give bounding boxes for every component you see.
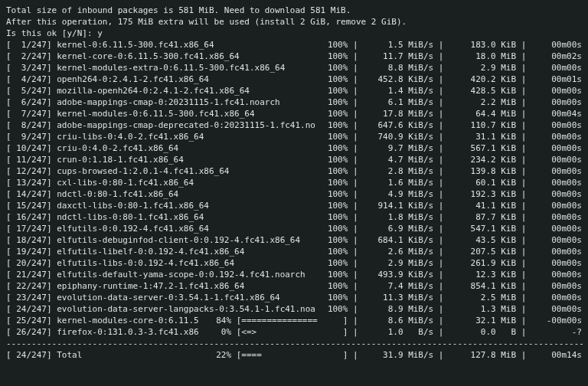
row-index: [ 23/247]: [6, 292, 52, 303]
row-rate: 8.6 MiB/s: [363, 315, 433, 326]
row-eta: 00m04s: [531, 108, 582, 119]
row-size: 0.0 B: [449, 326, 516, 338]
download-row: [ 21/247] elfutils-default-yama-scope-0:…: [6, 269, 582, 280]
package-name: openh264-0:2.4.1-2.fc41.x86_64: [57, 74, 315, 85]
row-rate: 9.7 MiB/s: [363, 142, 433, 154]
download-row: [ 4/247] openh264-0:2.4.1-2.fc41.x86_641…: [6, 74, 582, 85]
row-index: [ 21/247]: [6, 269, 52, 280]
row-rate: 11.7 MiB/s: [363, 51, 433, 62]
row-size: 31.1 KiB: [449, 131, 516, 142]
package-name: kernel-modules-0:6.11.5-300.fc41.x86_64: [57, 108, 315, 119]
row-index: [ 14/247]: [6, 188, 52, 200]
row-index: [ 5/247]: [6, 85, 52, 96]
download-row: [ 7/247] kernel-modules-0:6.11.5-300.fc4…: [6, 108, 582, 119]
package-name: daxctl-libs-0:80-1.fc41.x86_64: [57, 200, 315, 211]
row-eta: 00m00s: [531, 246, 582, 257]
row-rate: 2.8 MiB/s: [363, 165, 433, 177]
row-eta: 00m00s: [531, 269, 582, 280]
row-index: [ 6/247]: [6, 96, 52, 108]
row-percent: 100%: [315, 246, 348, 257]
download-row: [ 23/247] evolution-data-server-0:3.54.1…: [6, 292, 582, 303]
download-row: [ 9/247] criu-libs-0:4.0-2.fc41.x86_6410…: [6, 131, 582, 142]
row-rate: 493.9 KiB/s: [363, 269, 433, 280]
row-eta: 00m00s: [531, 96, 582, 108]
row-index: [ 19/247]: [6, 246, 52, 257]
row-percent: 100%: [315, 200, 348, 211]
row-rate: 2.6 MiB/s: [363, 246, 433, 257]
row-eta: 00m00s: [531, 39, 582, 51]
confirm-prompt[interactable]: Is this ok [y/N]: y: [6, 28, 582, 39]
terminal-output: Total size of inbound packages is 581 Mi…: [0, 0, 588, 365]
row-eta: 00m00s: [531, 85, 582, 96]
row-index: [ 12/247]: [6, 165, 52, 177]
row-percent: 100%: [315, 257, 348, 269]
separator-line: ----------------------------------------…: [6, 338, 582, 349]
row-eta: 00m00s: [531, 131, 582, 142]
row-index: [ 4/247]: [6, 74, 52, 85]
package-name: elfutils-0:0.192-4.fc41.x86_64: [57, 223, 315, 234]
row-size: 192.3 KiB: [449, 188, 516, 200]
package-name: adobe-mappings-cmap-deprecated-0:2023111…: [57, 119, 315, 131]
package-name: elfutils-default-yama-scope-0:0.192-4.fc…: [57, 269, 315, 280]
row-eta: 00m00s: [531, 234, 582, 246]
package-name: mozilla-openh264-0:2.4.1-2.fc41.x86_64: [57, 85, 315, 96]
row-size: 234.2 KiB: [449, 154, 516, 165]
row-size: 60.1 KiB: [449, 177, 516, 188]
row-index: [ 2/247]: [6, 51, 52, 62]
row-percent: 100%: [315, 292, 348, 303]
row-index: [ 17/247]: [6, 223, 52, 234]
row-percent: 100%: [315, 74, 348, 85]
row-percent: 100%: [315, 234, 348, 246]
row-rate: 6.9 MiB/s: [363, 223, 433, 234]
row-eta: 00m00s: [531, 142, 582, 154]
row-index: [ 22/247]: [6, 280, 52, 292]
download-row: [ 3/247] kernel-modules-extra-0:6.11.5-3…: [6, 62, 582, 74]
row-index: [ 11/247]: [6, 154, 52, 165]
row-index: [ 25/247]: [6, 315, 52, 326]
download-row: [ 18/247] elfutils-debuginfod-client-0:0…: [6, 234, 582, 246]
row-percent: 100%: [315, 119, 348, 131]
download-row: [ 13/247] cxl-libs-0:80-1.fc41.x86_64100…: [6, 177, 582, 188]
package-name: kernel-modules-extra-0:6.11.5-300.fc41.x…: [57, 62, 315, 74]
row-size: 1.3 MiB: [449, 303, 516, 315]
confirm-answer: y: [97, 28, 103, 38]
download-row: [ 22/247] epiphany-runtime-1:47.2-1.fc41…: [6, 280, 582, 292]
package-name: adobe-mappings-cmap-0:20231115-1.fc41.no…: [57, 96, 315, 108]
row-eta: 00m02s: [531, 51, 582, 62]
package-name: kernel-modules-core-0:6.11.5-300.fc41.x8…: [57, 315, 199, 326]
row-index: [ 15/247]: [6, 200, 52, 211]
row-eta: 00m00s: [531, 119, 582, 131]
row-eta: 00m00s: [531, 211, 582, 223]
row-size: 2.2 MiB: [449, 96, 516, 108]
row-rate: 1.6 MiB/s: [363, 177, 433, 188]
row-size: 2.9 MiB: [449, 62, 516, 74]
download-row: [ 11/247] crun-0:1.18-1.fc41.x86_64100% …: [6, 154, 582, 165]
row-size: 207.5 KiB: [449, 246, 516, 257]
row-rate: 8.8 MiB/s: [363, 62, 433, 74]
row-size: 854.1 KiB: [449, 280, 516, 292]
row-index: [ 1/247]: [6, 39, 52, 51]
row-index: [ 13/247]: [6, 177, 52, 188]
download-row: [ 19/247] elfutils-libelf-0:0.192-4.fc41…: [6, 246, 582, 257]
row-eta: 00m01s: [531, 74, 582, 85]
row-eta: 00m00s: [531, 280, 582, 292]
row-percent: 100%: [315, 85, 348, 96]
row-rate: 1.8 MiB/s: [363, 211, 433, 223]
row-size: 64.4 MiB: [449, 108, 516, 119]
row-percent: 100%: [315, 269, 348, 280]
row-rate: 4.9 MiB/s: [363, 188, 433, 200]
row-size: 12.3 KiB: [449, 269, 516, 280]
header-line-after: After this operation, 175 MiB extra will…: [6, 16, 582, 28]
row-size: 567.1 KiB: [449, 142, 516, 154]
row-percent: 100%: [315, 177, 348, 188]
row-percent: 100%: [315, 131, 348, 142]
package-name: cxl-libs-0:80-1.fc41.x86_64: [57, 177, 315, 188]
row-percent: 100%: [315, 280, 348, 292]
download-row: [ 20/247] elfutils-libs-0:0.192-4.fc41.x…: [6, 257, 582, 269]
total-progress-bar: [==== ]: [231, 349, 353, 361]
header-line-size: Total size of inbound packages is 581 Mi…: [6, 5, 582, 16]
row-index: [ 10/247]: [6, 142, 52, 154]
package-name: kernel-core-0:6.11.5-300.fc41.x86_64: [57, 51, 315, 62]
row-size: 2.5 MiB: [449, 292, 516, 303]
row-size: 183.0 KiB: [449, 39, 516, 51]
